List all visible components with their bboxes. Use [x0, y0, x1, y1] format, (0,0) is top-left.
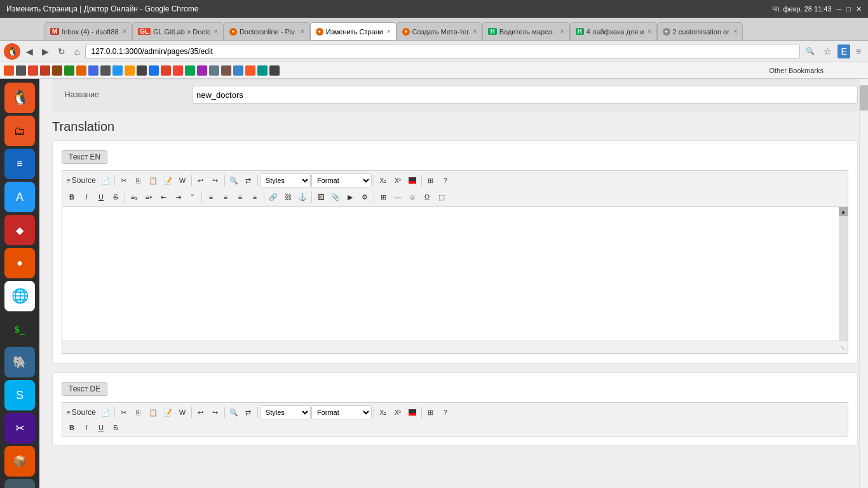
window-maximize[interactable]: □ [846, 5, 851, 13]
bm-icon-20[interactable] [233, 65, 243, 76]
tab-close[interactable]: × [560, 28, 564, 35]
tab-close[interactable]: × [648, 28, 651, 35]
browser-title: Изменить Страница | Доктор Онлайн - Goog… [6, 4, 198, 13]
tab-driver[interactable]: H Водитель марсо... × [482, 22, 569, 40]
tab-icon: ● [316, 28, 323, 36]
tab-icon: H [576, 28, 584, 35]
bm-icon-16[interactable] [185, 65, 195, 76]
tab-meta[interactable]: ● Создать Мета-тег... × [397, 22, 483, 40]
back-button[interactable]: ◀ [23, 44, 36, 58]
reload-button[interactable]: ↻ [55, 44, 69, 58]
extension-button[interactable]: E [837, 44, 850, 58]
tab-custom[interactable]: ● 2 customisation or... × [657, 22, 743, 40]
bm-icon-3[interactable] [28, 65, 38, 76]
bm-icon-21[interactable] [245, 65, 255, 76]
tab-close[interactable]: × [123, 28, 126, 35]
bm-icon-19[interactable] [221, 65, 231, 76]
tab-label: 2 customisation or... [673, 28, 730, 36]
ubuntu-logo: 🐧 [4, 43, 20, 60]
bm-icon-23[interactable] [269, 65, 280, 76]
bm-icon-2[interactable] [16, 65, 26, 76]
titlebar-right: Чт. февр. 28 11:43 ─ □ ✕ [772, 5, 862, 13]
tab-icon: ● [229, 28, 237, 36]
bm-icon-6[interactable] [64, 65, 74, 76]
navigation-bar: 🐧 ◀ ▶ ↻ ⌂ 🔍 ☆ E ≡ [0, 41, 868, 62]
window-close[interactable]: ✕ [856, 5, 862, 13]
bm-icon-14[interactable] [161, 65, 171, 76]
bm-icon-12[interactable] [137, 65, 147, 76]
tab-icon: GL [138, 28, 151, 35]
tab-close[interactable]: × [214, 28, 218, 35]
bm-icon-13[interactable] [149, 65, 159, 76]
datetime-display: Чт. февр. 28 11:43 [772, 5, 831, 13]
bookmarks-bar: Other Bookmarks [0, 62, 868, 79]
window-minimize[interactable]: ─ [837, 5, 842, 13]
menu-button[interactable]: ≡ [853, 44, 864, 58]
bm-icon-5[interactable] [52, 65, 62, 76]
tab-label: Создать Мета-тег... [412, 28, 470, 36]
tabs-bar: M Inbox (4) - dsoft88... × GL GL GitLab … [0, 18, 868, 41]
bm-icon-9[interactable] [100, 65, 111, 76]
tab-icon: ● [663, 28, 670, 36]
browser-titlebar: Изменить Страница | Доктор Онлайн - Goog… [0, 0, 868, 18]
tab-gmail[interactable]: M Inbox (4) - dsoft88... × [44, 22, 132, 40]
bm-icon-11[interactable] [125, 65, 135, 76]
bm-icon-8[interactable] [88, 65, 98, 76]
tab-edit-page[interactable]: ● Изменить Страни... × [310, 22, 397, 40]
bm-icon-22[interactable] [257, 65, 268, 76]
tab-close[interactable]: × [387, 28, 391, 35]
tab-icon: M [50, 28, 59, 35]
tab-close[interactable]: × [734, 28, 738, 35]
tab-label: GL GitLab > DoctorOn... [153, 28, 210, 36]
tab-label: Inbox (4) - dsoft88... [62, 28, 119, 36]
tab-icon: H [488, 28, 496, 35]
bookmark-button[interactable]: ☆ [820, 44, 835, 58]
bm-icon-4[interactable] [40, 65, 50, 76]
tab-label: Doctoronline - Piv... [240, 28, 297, 36]
bm-icon-18[interactable] [209, 65, 219, 76]
tab-label: Водитель марсо... [499, 28, 557, 36]
zoom-button[interactable]: 🔍 [803, 45, 818, 57]
tab-pivot[interactable]: ● Doctoronline - Piv... × [224, 22, 310, 40]
tab-lifehacks[interactable]: H 4 лайфхака для ин... × [570, 22, 657, 40]
bm-icon-10[interactable] [112, 65, 123, 76]
bm-icon-15[interactable] [173, 65, 183, 76]
tab-close[interactable]: × [301, 28, 304, 35]
titlebar-left: Изменить Страница | Доктор Онлайн - Goog… [6, 4, 198, 13]
bm-icon-17[interactable] [197, 65, 207, 76]
forward-button[interactable]: ▶ [39, 44, 52, 58]
home-button[interactable]: ⌂ [71, 44, 83, 58]
tab-label: 4 лайфхака для ин... [587, 28, 644, 36]
tab-close[interactable]: × [473, 28, 477, 35]
tab-gitlab[interactable]: GL GL GitLab > DoctorOn... × [132, 22, 224, 40]
other-bookmarks[interactable]: Other Bookmarks [769, 67, 824, 74]
address-bar[interactable] [85, 44, 800, 59]
tab-icon: ● [402, 28, 410, 36]
bm-icon-7[interactable] [76, 65, 86, 76]
bm-icon-1[interactable] [4, 65, 14, 76]
tab-label: Изменить Страни... [326, 28, 383, 36]
